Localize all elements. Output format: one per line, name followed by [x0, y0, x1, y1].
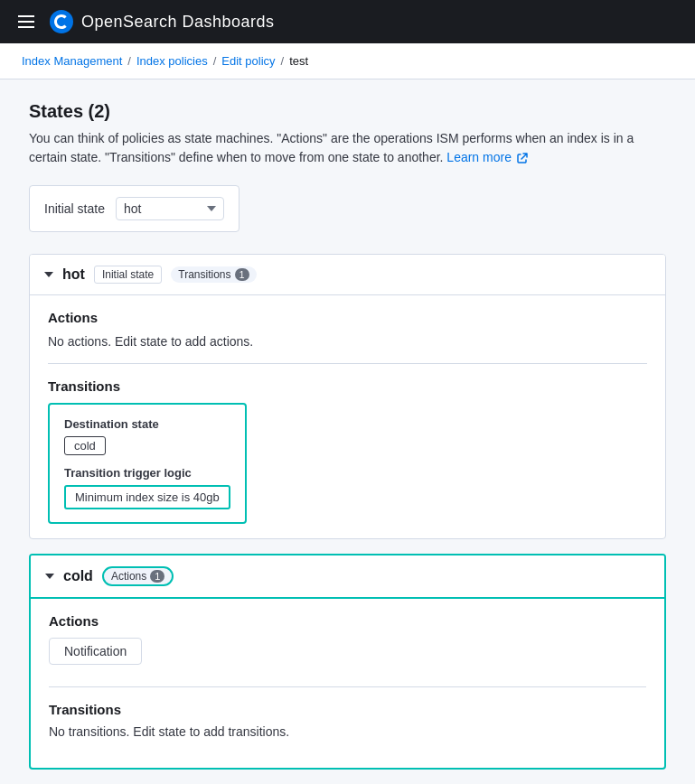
state-panel-hot: hot Initial state Transitions 1 Actions …	[29, 254, 666, 539]
actions-count-cold: 1	[150, 570, 164, 583]
collapse-hot-button[interactable]	[44, 272, 53, 277]
initial-state-badge: Initial state	[94, 266, 162, 284]
app-logo: OpenSearch Dashboards	[49, 9, 275, 34]
breadcrumb-sep-1: /	[127, 54, 131, 68]
initial-state-label: Initial state	[44, 201, 105, 216]
trigger-label: Transition trigger logic	[64, 466, 230, 480]
divider-cold	[49, 686, 646, 687]
transitions-title-cold: Transitions	[49, 702, 646, 717]
state-header-hot: hot Initial state Transitions 1	[30, 255, 665, 295]
breadcrumb-index-policies[interactable]: Index policies	[136, 54, 208, 68]
transitions-badge-label: Transitions	[178, 268, 230, 281]
transitions-count-hot: 1	[235, 268, 249, 281]
initial-state-dropdown[interactable]: hot	[116, 197, 224, 220]
destination-label: Destination state	[64, 417, 230, 431]
opensearch-logo-icon	[49, 9, 74, 34]
state-body-cold: Actions Notification Transitions No tran…	[31, 599, 664, 768]
breadcrumb-sep-3: /	[281, 54, 285, 68]
app-name: OpenSearch Dashboards	[81, 13, 275, 32]
destination-value: cold	[64, 436, 106, 455]
state-panel-cold: cold Actions 1 Actions Notification Tran…	[29, 554, 666, 770]
hamburger-menu[interactable]	[14, 12, 38, 32]
trigger-value: Minimum index size is 40gb	[64, 485, 230, 509]
actions-title-cold: Actions	[49, 613, 646, 629]
actions-badge-label: Actions	[111, 570, 146, 583]
breadcrumb-index-management[interactable]: Index Management	[22, 54, 122, 68]
transition-card-hot: Destination state cold Transition trigge…	[48, 403, 247, 524]
no-actions-text-hot: No actions. Edit state to add actions.	[48, 334, 647, 349]
actions-title-hot: Actions	[48, 310, 647, 325]
divider-hot	[48, 363, 647, 364]
main-content: States (2) You can think of policies as …	[0, 79, 695, 784]
page-title: States (2)	[29, 101, 666, 122]
top-navigation: OpenSearch Dashboards	[0, 0, 695, 43]
chevron-down-icon	[207, 206, 216, 211]
transitions-badge-hot: Transitions 1	[171, 266, 256, 283]
state-header-cold: cold Actions 1	[31, 555, 664, 599]
transitions-section-hot: Transitions Destination state cold Trans…	[48, 378, 647, 524]
collapse-hot-icon	[44, 272, 53, 277]
collapse-cold-icon	[45, 574, 54, 579]
learn-more-link[interactable]: Learn more	[446, 150, 512, 164]
initial-state-value: hot	[124, 201, 141, 216]
svg-point-0	[50, 10, 73, 33]
action-notification: Notification	[49, 638, 142, 665]
breadcrumb: Index Management / Index policies / Edit…	[0, 43, 695, 79]
initial-state-selector: Initial state hot	[29, 185, 239, 232]
description: You can think of policies as state machi…	[29, 129, 666, 167]
transitions-title-hot: Transitions	[48, 378, 647, 394]
state-body-hot: Actions No actions. Edit state to add ac…	[30, 295, 665, 538]
breadcrumb-sep-2: /	[213, 54, 217, 68]
state-name-cold: cold	[63, 568, 93, 584]
actions-badge-cold: Actions 1	[102, 566, 174, 586]
external-link-icon	[517, 153, 528, 163]
collapse-cold-button[interactable]	[45, 574, 54, 579]
state-name-hot: hot	[62, 266, 85, 283]
breadcrumb-edit-policy[interactable]: Edit policy	[221, 54, 275, 68]
description-text: You can think of policies as state machi…	[29, 131, 634, 164]
breadcrumb-current: test	[289, 54, 308, 68]
no-transitions-text-cold: No transitions. Edit state to add transi…	[49, 724, 646, 739]
